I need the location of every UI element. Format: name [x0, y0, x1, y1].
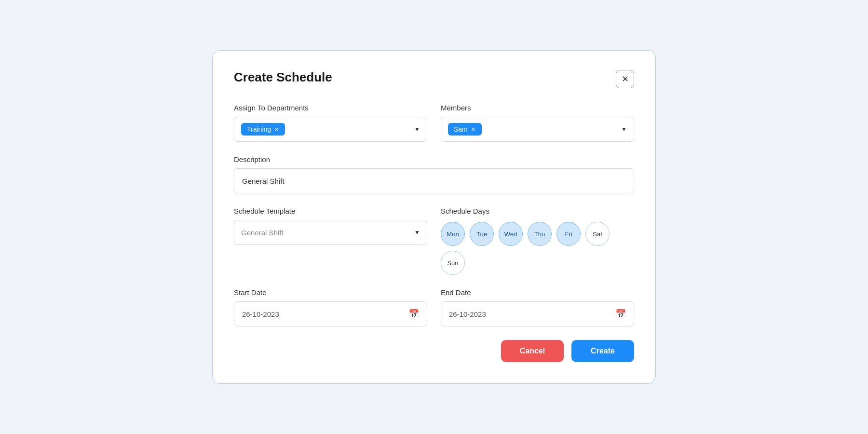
modal-overlay: Create Schedule ✕ Assign To Departments …	[0, 0, 868, 434]
members-select[interactable]: Sam ✕ ▼	[441, 117, 634, 142]
template-days-row: Schedule Template General Shift ▼ Schedu…	[234, 207, 634, 275]
members-group: Members Sam ✕ ▼	[441, 104, 634, 142]
schedule-days-group: Schedule Days MonTueWedThuFriSatSun	[441, 207, 634, 275]
day-wed[interactable]: Wed	[499, 222, 523, 246]
assign-dept-select[interactable]: Training ✕ ▼	[234, 117, 427, 142]
dept-members-row: Assign To Departments Training ✕ ▼ Membe…	[234, 104, 634, 142]
start-date-value: 26-10-2023	[242, 310, 279, 318]
day-sat[interactable]: Sat	[585, 222, 610, 246]
description-label: Description	[234, 155, 634, 163]
button-row: Cancel Create	[234, 340, 634, 362]
sam-tag-remove[interactable]: ✕	[471, 126, 476, 133]
day-sun[interactable]: Sun	[441, 251, 465, 275]
days-container: MonTueWedThuFriSatSun	[441, 220, 634, 275]
day-thu[interactable]: Thu	[528, 222, 552, 246]
sam-tag[interactable]: Sam ✕	[448, 123, 482, 136]
assign-dept-label: Assign To Departments	[234, 104, 427, 112]
assign-dept-chevron-icon: ▼	[414, 126, 420, 133]
day-mon[interactable]: Mon	[441, 222, 465, 246]
end-calendar-icon: 📅	[615, 309, 626, 319]
training-tag-remove[interactable]: ✕	[274, 126, 279, 133]
training-tag-label: Training	[247, 125, 271, 133]
start-date-label: Start Date	[234, 288, 427, 297]
end-date-value: 26-10-2023	[449, 310, 486, 318]
end-date-label: End Date	[441, 288, 634, 297]
training-tag[interactable]: Training ✕	[241, 123, 285, 136]
cancel-button[interactable]: Cancel	[501, 340, 564, 362]
schedule-days-label: Schedule Days	[441, 207, 634, 215]
template-chevron-icon: ▼	[414, 229, 420, 236]
description-group: Description	[234, 155, 634, 193]
start-date-input[interactable]: 26-10-2023 📅	[234, 301, 427, 326]
end-date-input[interactable]: 26-10-2023 📅	[441, 301, 634, 326]
start-calendar-icon: 📅	[408, 309, 419, 319]
day-fri[interactable]: Fri	[556, 222, 581, 246]
description-row: Description	[234, 155, 634, 193]
assign-dept-group: Assign To Departments Training ✕ ▼	[234, 104, 427, 142]
create-schedule-modal: Create Schedule ✕ Assign To Departments …	[212, 50, 656, 384]
close-button[interactable]: ✕	[616, 70, 634, 88]
members-label: Members	[441, 104, 634, 112]
schedule-template-group: Schedule Template General Shift ▼	[234, 207, 427, 275]
start-date-group: Start Date 26-10-2023 📅	[234, 288, 427, 326]
dates-row: Start Date 26-10-2023 📅 End Date 26-10-2…	[234, 288, 634, 326]
day-tue[interactable]: Tue	[470, 222, 494, 246]
end-date-group: End Date 26-10-2023 📅	[441, 288, 634, 326]
sam-tag-label: Sam	[454, 125, 468, 133]
description-input[interactable]	[234, 168, 634, 193]
members-chevron-icon: ▼	[621, 126, 627, 133]
schedule-template-select[interactable]: General Shift ▼	[234, 220, 427, 245]
schedule-template-label: Schedule Template	[234, 207, 427, 215]
close-icon: ✕	[622, 74, 629, 84]
modal-title: Create Schedule	[234, 70, 332, 85]
modal-header: Create Schedule ✕	[234, 70, 634, 88]
schedule-template-placeholder: General Shift	[241, 229, 284, 237]
create-button[interactable]: Create	[571, 340, 634, 362]
